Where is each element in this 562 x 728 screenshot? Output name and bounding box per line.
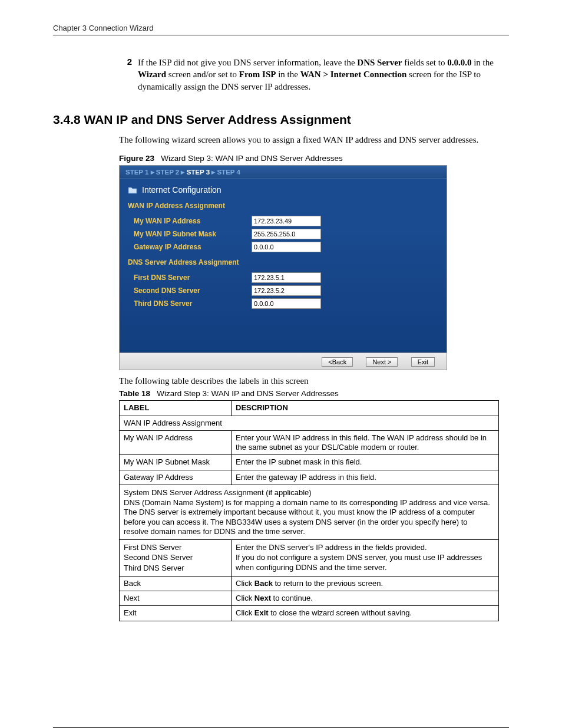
step-sep: ▸ <box>179 169 186 176</box>
wizard-title-text: Internet Configuration <box>142 185 222 195</box>
table-label: Table 18 <box>119 389 150 398</box>
dns2-input[interactable] <box>252 285 321 296</box>
dns3-input[interactable] <box>252 298 321 309</box>
wan-subnet-label: My WAN IP Subnet Mask <box>134 230 252 238</box>
desc-cell: Click Back to return to the previous scr… <box>232 576 499 591</box>
wan-ip-input[interactable] <box>252 216 321 226</box>
table-row: ExitClick Exit to close the wizard scree… <box>120 606 499 621</box>
text: in the <box>276 70 300 79</box>
table-caption-text: Wizard Step 3: WAN IP and DNS Server Add… <box>157 389 338 398</box>
gateway-input[interactable] <box>252 242 321 252</box>
step-3: STEP 3 <box>187 169 210 176</box>
text: to return to the previous screen. <box>273 579 383 588</box>
dns2-label: Second DNS Server <box>134 286 252 295</box>
gateway-label: Gateway IP Address <box>134 243 252 251</box>
desc-line: Enter the DNS server's IP address in the… <box>236 543 494 552</box>
table-row: WAN IP Address Assignment <box>120 416 499 430</box>
table-caption: Table 18 Wizard Step 3: WAN IP and DNS S… <box>119 389 509 398</box>
wizard-row: Third DNS Server <box>134 298 438 309</box>
label-cell: My WAN IP Subnet Mask <box>120 455 232 470</box>
step-1: STEP 1 <box>125 169 148 176</box>
label-cell: Next <box>120 591 232 606</box>
wizard-row: Second DNS Server <box>134 285 438 296</box>
wizard-section-1: WAN IP Address Assignment <box>128 202 438 210</box>
desc-line: If you do not configure a system DNS ser… <box>236 553 494 572</box>
step-sep: ▸ <box>210 169 217 176</box>
folder-icon <box>128 186 137 194</box>
section-body: DNS (Domain Name System) is for mapping … <box>124 498 494 536</box>
desc-cell: Click Next to continue. <box>232 591 499 606</box>
text: Click <box>236 594 254 602</box>
text: screen and/or set to <box>166 70 239 79</box>
text: Click <box>236 608 254 617</box>
after-figure-text: The following table describes the labels… <box>119 375 509 387</box>
dns3-label: Third DNS Server <box>134 299 252 308</box>
bold: DNS Server <box>357 58 402 67</box>
step-4: STEP 4 <box>217 169 240 176</box>
wan-subnet-input[interactable] <box>252 229 321 239</box>
figure-caption-text: Wizard Step 3: WAN IP and DNS Server Add… <box>161 154 342 163</box>
label-cell: Gateway IP Address <box>120 470 232 485</box>
chapter-header: Chapter 3 Connection Wizard <box>53 24 509 35</box>
figure-label: Figure 23 <box>119 154 154 163</box>
item-text: If the ISP did not give you DNS server i… <box>138 57 509 93</box>
label-cell: My WAN IP Address <box>120 430 232 455</box>
figure-caption: Figure 23 Wizard Step 3: WAN IP and DNS … <box>119 154 509 163</box>
section-cell: WAN IP Address Assignment <box>120 416 499 430</box>
table-header-row: LABEL DESCRIPTION <box>120 401 499 416</box>
bold: Next <box>254 594 271 602</box>
dns-label-1: First DNS Server <box>124 543 227 552</box>
description-table: LABEL DESCRIPTION WAN IP Address Assignm… <box>119 400 499 621</box>
label-cell: Back <box>120 576 232 591</box>
wizard-section-2: DNS Server Address Assignment <box>128 258 438 266</box>
bold: 0.0.0.0 <box>447 58 471 67</box>
exit-button[interactable]: Exit <box>411 357 435 367</box>
wizard-steps: STEP 1 ▸ STEP 2 ▸ STEP 3 ▸ STEP 4 <box>120 166 447 179</box>
dns1-label: First DNS Server <box>134 274 252 282</box>
dns-label-2: Second DNS Server <box>124 553 227 562</box>
table-row: Gateway IP AddressEnter the gateway IP a… <box>120 470 499 485</box>
back-button[interactable]: <Back <box>322 357 353 367</box>
item-number: 2 <box>119 57 138 93</box>
table-row: BackClick Back to return to the previous… <box>120 576 499 591</box>
step-sep: ▸ <box>148 169 156 176</box>
text: fields set to <box>402 58 448 67</box>
wizard-screenshot: STEP 1 ▸ STEP 2 ▸ STEP 3 ▸ STEP 4 Intern… <box>119 165 447 370</box>
wizard-title: Internet Configuration <box>128 185 438 195</box>
text: in the <box>471 58 494 67</box>
wizard-row: First DNS Server <box>134 272 438 283</box>
numbered-item: 2 If the ISP did not give you DNS server… <box>119 57 509 93</box>
desc-cell: Enter your WAN IP address in this field.… <box>232 430 499 455</box>
wizard-body: Internet Configuration WAN IP Address As… <box>120 179 447 353</box>
label-cell: First DNS Server Second DNS Server Third… <box>120 540 232 577</box>
intro-text: The following wizard screen allows you t… <box>119 134 509 146</box>
bold: Wizard <box>138 70 166 79</box>
col-label: LABEL <box>120 401 232 416</box>
section-cell: System DNS Server Address Assignment (if… <box>120 485 499 539</box>
next-button[interactable]: Next > <box>366 357 398 367</box>
text: to continue. <box>271 594 313 602</box>
bold: Back <box>254 579 273 588</box>
text: If the ISP did not give you DNS server i… <box>138 58 357 67</box>
dns1-input[interactable] <box>252 272 321 283</box>
bold: WAN > Internet Connection <box>300 70 407 79</box>
wizard-row: Gateway IP Address <box>134 242 438 252</box>
step-2: STEP 2 <box>156 169 179 176</box>
desc-cell: Enter the IP subnet mask in this field. <box>232 455 499 470</box>
table-row: My WAN IP Subnet MaskEnter the IP subnet… <box>120 455 499 470</box>
table-row: First DNS Server Second DNS Server Third… <box>120 540 499 577</box>
table-row: My WAN IP AddressEnter your WAN IP addre… <box>120 430 499 455</box>
table-row: NextClick Next to continue. <box>120 591 499 606</box>
wizard-buttons: <Back Next > Exit <box>120 353 447 370</box>
desc-cell: Enter the gateway IP address in this fie… <box>232 470 499 485</box>
section-title: System DNS Server Address Assignment (if… <box>124 488 494 498</box>
desc-cell: Enter the DNS server's IP address in the… <box>232 540 499 577</box>
wizard-row: My WAN IP Address <box>134 216 438 226</box>
label-cell: Exit <box>120 606 232 621</box>
text: Click <box>236 579 254 588</box>
wan-ip-label: My WAN IP Address <box>134 217 252 225</box>
bold: Exit <box>254 608 269 617</box>
text: to close the wizard screen without savin… <box>269 608 412 617</box>
section-heading: 3.4.8 WAN IP and DNS Server Address Assi… <box>53 113 509 127</box>
table-row: System DNS Server Address Assignment (if… <box>120 485 499 539</box>
